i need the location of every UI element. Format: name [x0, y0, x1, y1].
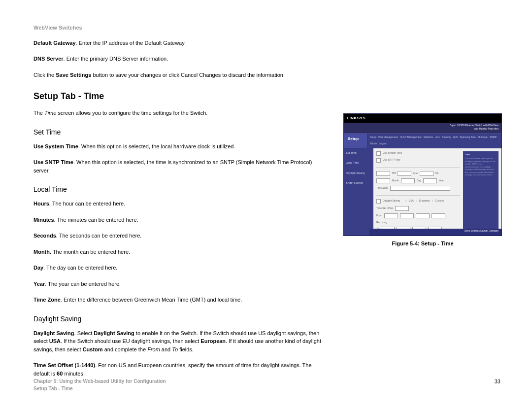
- nav-item: SNMP: [490, 136, 497, 139]
- nav-item: Setup: [370, 136, 376, 139]
- use-system-time-text: . When this option is selected, the loca…: [78, 143, 235, 149]
- figure-form: Use System Time Use SNTP Time HHMMSS Mon…: [376, 151, 460, 236]
- offset-bold: 60: [57, 371, 63, 377]
- nav-item: Security: [442, 136, 451, 139]
- ds-bold2: Daylight Saving: [94, 330, 134, 336]
- side-item: SNTP Servers: [346, 181, 371, 185]
- nav-item: ACL: [435, 136, 440, 139]
- hours-para: Hours. The hour can be entered here.: [33, 200, 329, 208]
- side-item: Set Time: [346, 151, 371, 155]
- figure-subhead-1: 5-port 10/100 Ethernet Switch with WebVi…: [347, 124, 499, 128]
- figure-subhead-2: and Monitor Pass-thru: [347, 127, 499, 131]
- time-intro-italic: Time: [44, 110, 56, 116]
- heading-setup-tab-time: Setup Tab - Time: [33, 90, 329, 103]
- seconds-text: . The seconds can be entered here.: [56, 233, 141, 239]
- row-offset: Time Set Offset: [376, 206, 460, 211]
- heading-set-time: Set Time: [33, 127, 329, 137]
- use-sntp-time-text: . When this option is selected, the time…: [33, 159, 312, 173]
- nav-item: VLAN Management: [400, 136, 422, 139]
- ds-label: Daylight Saving: [33, 330, 74, 336]
- footer-chapter: Chapter 5: Using the Web-based Utility f…: [33, 377, 166, 385]
- footer-section: Setup Tab - Time: [33, 385, 166, 392]
- ds-pre: . Select: [74, 330, 94, 336]
- heading-local-time: Local Time: [33, 184, 329, 195]
- use-system-time-label: Use System Time: [33, 143, 78, 149]
- time-zone-label: Time Zone: [33, 297, 61, 303]
- month-label: Month: [33, 249, 50, 255]
- figure-nav-setup: Setup: [344, 134, 368, 148]
- minutes-para: Minutes. The minutes can be entered here…: [33, 216, 329, 224]
- figure-subhead: 5-port 10/100 Ethernet Switch with WebVi…: [344, 123, 501, 134]
- figure-main: Use System Time Use SNTP Time HHMMSS Mon…: [373, 148, 501, 236]
- ds-to: To: [172, 346, 178, 352]
- nav-item: QoS: [453, 136, 458, 139]
- figure-brand: LINKSYS: [344, 114, 501, 123]
- figure-5-4: LINKSYS 5-port 10/100 Ethernet Switch wi…: [344, 114, 501, 248]
- figure-sidebar: Set Time Local Time Daylight Saving SNTP…: [344, 148, 373, 236]
- save-settings-para: Click the Save Settings button to save y…: [33, 71, 329, 79]
- row-date: MonthDayYear: [376, 178, 460, 183]
- figure-body: Set Time Local Time Daylight Saving SNTP…: [344, 148, 501, 236]
- ds-mid4: and complete the: [103, 346, 148, 352]
- side-item: Daylight Saving: [346, 171, 371, 175]
- help-title: Time: [465, 153, 497, 156]
- nav-item: Multicast: [478, 136, 488, 139]
- row-use-system: Use System Time: [376, 151, 460, 156]
- ds-custom: Custom: [83, 346, 103, 352]
- ds-post: fields.: [178, 346, 194, 352]
- row-ds: Daylight Saving ○USA○European○Custom: [376, 199, 460, 204]
- seconds-label: Seconds: [33, 233, 56, 239]
- figure-help-panel: Time The Time screen allows you to confi…: [463, 151, 499, 236]
- minutes-label: Minutes: [33, 217, 54, 223]
- ds-eu: European: [200, 338, 226, 344]
- default-gateway-para: Default Gateway. Enter the IP address of…: [33, 39, 329, 47]
- time-set-offset-para: Time Set Offset (1-1440). For non-US and…: [33, 361, 329, 377]
- page-number: 33: [495, 377, 500, 386]
- month-text: . The month can be entered here.: [50, 249, 130, 255]
- month-para: Month. The month can be entered here.: [33, 248, 329, 256]
- nav-item: Port Management: [378, 136, 398, 139]
- day-text: . The day can be entered here.: [43, 265, 117, 271]
- default-gateway-label: Default Gateway: [33, 40, 76, 46]
- save-pre: Click the: [33, 72, 56, 78]
- row-from: From: [376, 213, 460, 218]
- hours-text: . The hour can be entered here.: [49, 201, 126, 206]
- daylight-saving-para: Daylight Saving. Select Daylight Saving …: [33, 329, 329, 354]
- ds-usa: USA: [49, 338, 61, 344]
- nav-item: Statistics: [424, 136, 433, 139]
- time-intro-pre: The: [33, 110, 44, 116]
- default-gateway-text: . Enter the IP address of the Default Ga…: [76, 40, 186, 46]
- figure-column: LINKSYS 5-port 10/100 Ethernet Switch wi…: [344, 39, 501, 248]
- use-system-time-para: Use System Time. When this option is sel…: [33, 142, 329, 151]
- row-time: HHMMSS: [376, 171, 460, 176]
- figure-nav-items: Setup Port Management VLAN Management St…: [368, 134, 501, 148]
- save-bold: Save Settings: [56, 72, 91, 78]
- ds-mid2: . If the Switch should use EU daylight s…: [61, 338, 200, 344]
- time-intro-para: The Time screen allows you to configure …: [33, 109, 329, 117]
- year-para: Year. The year can be entered here.: [33, 280, 329, 288]
- content-wrap: Default Gateway. Enter the IP address of…: [33, 39, 500, 386]
- nav-item: Spanning Tree: [460, 136, 476, 139]
- nav-item: Admin: [370, 142, 377, 146]
- row-tz: Time Zone: [376, 186, 460, 191]
- figure-bottom-bar: Save Settings Cancel Changes: [369, 229, 501, 236]
- offset-text2: minutes.: [63, 371, 85, 377]
- row-use-sntp: Use SNTP Time: [376, 158, 460, 163]
- use-sntp-time-para: Use SNTP Time. When this option is selec…: [33, 158, 329, 174]
- use-sntp-time-label: Use SNTP Time: [33, 159, 73, 165]
- day-para: Day. The day can be entered here.: [33, 264, 329, 272]
- day-label: Day: [33, 265, 43, 271]
- figure-image: LINKSYS 5-port 10/100 Ethernet Switch wi…: [344, 114, 501, 236]
- minutes-text: . The minutes can be entered here.: [54, 217, 138, 223]
- running-head: WebView Switches: [33, 24, 500, 32]
- seconds-para: Seconds. The seconds can be entered here…: [33, 232, 329, 240]
- side-item: Local Time: [346, 161, 371, 165]
- ds-and: and: [160, 346, 172, 352]
- main-text-column: Default Gateway. Enter the IP address of…: [33, 39, 329, 386]
- nav-item: Logout: [379, 142, 386, 146]
- time-zone-para: Time Zone. Enter the difference between …: [33, 296, 329, 304]
- offset-label: Time Set Offset (1-1440): [33, 362, 95, 368]
- figure-nav: Setup Setup Port Management VLAN Managem…: [344, 134, 501, 148]
- time-zone-text: . Enter the difference between Greenwich…: [61, 297, 242, 303]
- page-footer: Chapter 5: Using the Web-based Utility f…: [33, 377, 500, 392]
